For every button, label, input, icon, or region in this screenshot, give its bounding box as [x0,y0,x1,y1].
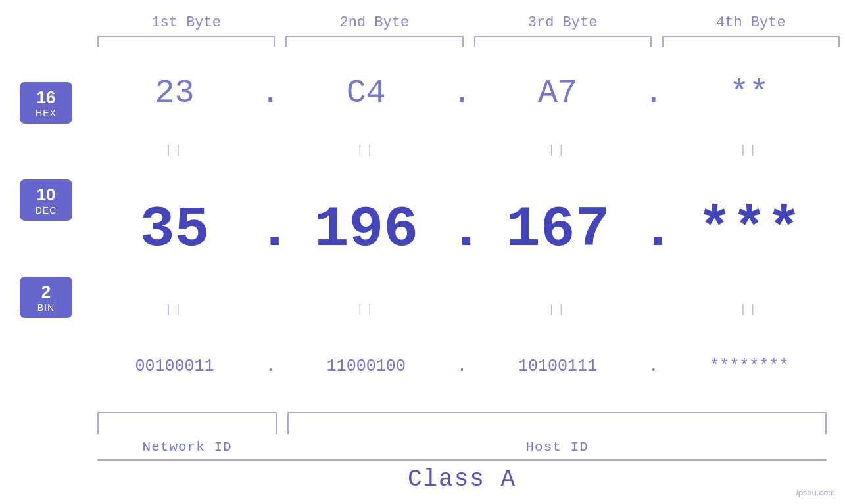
hex-dot3: . [640,74,667,112]
hex-dot1: . [257,74,283,112]
eq3b: || [475,303,640,316]
hex-cells: 23 . C4 . A7 . [92,74,845,112]
host-bracket [287,412,827,434]
eq4: || [667,143,832,156]
bin-label: BIN [29,302,63,313]
byte2-header: 2nd Byte [280,14,468,31]
bracket-byte3 [474,31,652,47]
watermark: ipshu.com [796,488,835,497]
values-column: 23 . C4 . A7 . [92,47,845,412]
class-a-label: Class A [92,466,832,493]
bin-badge: 2 BIN [20,277,72,318]
dec-cells: 35 . 196 . 167 . [92,197,845,262]
dec-dot2: . [449,197,475,262]
hex-byte4: ** [667,74,832,112]
class-a-section: Class A [92,459,845,504]
bin-byte1: 00100011 [92,357,257,376]
top-brackets [0,31,845,47]
id-brackets [92,412,845,434]
eq-dec-bin: || || || || [92,298,845,321]
bin-byte3: 10100111 [475,357,640,376]
eq2b: || [283,303,448,316]
id-labels: Network ID Host ID [92,434,845,460]
dec-badge: 10 DEC [20,179,72,221]
bin-dot3: . [640,357,667,376]
bracket-byte1 [97,31,275,47]
byte1-header: 1st Byte [92,14,280,31]
hex-row: 23 . C4 . A7 . [92,47,845,139]
eq-cells-2: || || || || [92,303,845,316]
network-bracket [97,412,277,434]
byte3-header: 3rd Byte [469,14,657,31]
hex-label: HEX [29,108,63,118]
dec-dot1: . [257,197,283,262]
hex-byte2: C4 [283,74,448,112]
hex-byte1: 23 [92,74,257,112]
eq-cells-1: || || || || [92,143,845,156]
class-a-line [97,459,827,461]
dec-byte3: 167 [475,197,640,262]
eq4b: || [667,303,832,316]
dec-number: 10 [29,185,63,205]
byte-headers: 1st Byte 2nd Byte 3rd Byte 4th Byte [0,0,845,31]
bin-dot1: . [257,357,283,376]
bin-row: 00100011 . 11000100 . 10100111 [92,321,845,412]
base-badges: 16 HEX 10 DEC 2 BIN [0,47,92,412]
hex-badge: 16 HEX [20,82,72,124]
network-id-label: Network ID [97,440,277,455]
hex-dot2: . [449,74,475,112]
host-id-label: Host ID [287,440,827,455]
main-layout: 1st Byte 2nd Byte 3rd Byte 4th Byte [0,0,845,504]
bin-byte4: ******** [667,357,832,376]
byte4-header: 4th Byte [657,14,845,31]
bottom-section: Network ID Host ID Class A [0,412,845,504]
bin-number: 2 [29,282,63,302]
bracket-byte2 [285,31,463,47]
dec-row: 35 . 196 . 167 . [92,162,845,298]
dec-byte2: 196 [283,197,448,262]
eq1: || [92,143,257,156]
dec-dot3: . [640,197,667,262]
dec-label: DEC [29,205,63,216]
eq1b: || [92,303,257,316]
bin-dot2: . [449,357,475,376]
bin-cells: 00100011 . 11000100 . 10100111 [92,357,845,376]
eq3: || [475,143,640,156]
bin-byte2: 11000100 [283,357,448,376]
bracket-byte4 [662,31,840,47]
middle-section: 16 HEX 10 DEC 2 BIN 23 . [0,47,845,412]
dec-byte4: *** [667,197,832,262]
hex-byte3: A7 [475,74,640,112]
dec-byte1: 35 [92,197,257,262]
hex-number: 16 [29,87,63,108]
eq2: || [283,143,448,156]
eq-hex-dec: || || || || [92,139,845,162]
